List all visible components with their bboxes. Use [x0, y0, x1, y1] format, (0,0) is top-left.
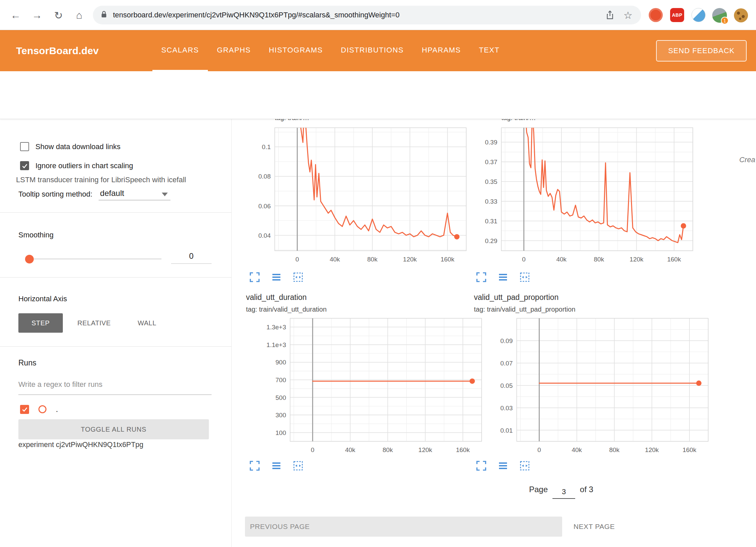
browser-toolbar: ← → ↻ ⌂ tensorboard.dev/experiment/cj2vt…	[0, 0, 756, 30]
app-header: TensorBoard.dev SCALARS GRAPHS HISTOGRAM…	[0, 30, 756, 71]
expand-chart-icon[interactable]	[476, 460, 487, 471]
expand-chart-icon[interactable]	[249, 271, 260, 283]
chart-toolbar	[476, 460, 530, 471]
tab-scalars[interactable]: SCALARS	[152, 30, 208, 71]
svg-text:0: 0	[295, 256, 299, 262]
scalar-chart[interactable]: 040k80k120k160k1003005007009001.1e+31.3e…	[252, 314, 486, 453]
tab-graphs[interactable]: GRAPHS	[208, 30, 260, 71]
svg-text:0.04: 0.04	[258, 232, 271, 239]
tooltip-sorting-dropdown[interactable]: default	[99, 188, 170, 200]
svg-text:0.29: 0.29	[485, 237, 497, 244]
svg-text:80k: 80k	[609, 446, 620, 453]
svg-text:0.01: 0.01	[500, 427, 513, 434]
page-number-input[interactable]: 3	[552, 487, 575, 499]
svg-text:0.33: 0.33	[485, 198, 497, 205]
svg-text:1.3e+3: 1.3e+3	[266, 324, 286, 331]
show-download-links-row: Show data download links	[20, 142, 120, 151]
share-icon[interactable]	[604, 9, 616, 21]
runs-selector-icon[interactable]	[271, 460, 282, 471]
runs-filter-input[interactable]: Write a regex to filter runs	[18, 380, 102, 389]
expand-chart-icon[interactable]	[476, 271, 487, 283]
ignore-outliers-row: Ignore outliers in chart scaling	[20, 161, 133, 170]
scalar-chart[interactable]: 040k80k120k160k0.010.030.050.070.09	[478, 314, 712, 453]
page-label: Page	[529, 485, 548, 494]
scalar-chart[interactable]: 040k80k120k160k0.040.060.080.1	[236, 124, 470, 262]
back-icon[interactable]: ←	[8, 8, 23, 23]
runs-selector-icon[interactable]	[271, 271, 282, 283]
svg-text:0.05: 0.05	[500, 382, 513, 389]
runs-section-label: Runs	[18, 358, 36, 367]
svg-text:0.09: 0.09	[500, 337, 513, 344]
ignore-outliers-checkbox[interactable]	[20, 161, 29, 170]
svg-text:0: 0	[537, 446, 541, 453]
fit-domain-icon[interactable]	[519, 271, 530, 283]
chart-tag: tag: train/valid_utt_duration	[246, 306, 327, 313]
svg-text:900: 900	[275, 359, 286, 366]
svg-text:160k: 160k	[440, 256, 455, 262]
chart-title: valid_utt_duration	[246, 293, 307, 302]
chart-toolbar	[476, 271, 530, 283]
smoothing-slider-track[interactable]	[29, 258, 161, 259]
svg-text:0.1: 0.1	[262, 143, 271, 150]
runs-selector-icon[interactable]	[497, 271, 509, 283]
horizontal-axis-label: Horizontal Axis	[18, 295, 67, 303]
blue-extension-icon[interactable]	[691, 8, 706, 22]
adblocker-extension-icon[interactable]	[649, 8, 663, 22]
run-checkbox[interactable]	[20, 405, 29, 414]
svg-text:700: 700	[275, 376, 286, 384]
cookie-icon[interactable]	[734, 8, 748, 22]
svg-text:0.08: 0.08	[258, 173, 271, 180]
toggle-all-runs-button[interactable]: TOGGLE ALL RUNS	[18, 419, 209, 439]
axis-relative-button[interactable]: RELATIVE	[72, 313, 117, 333]
next-page-button[interactable]: NEXT PAGE	[574, 517, 615, 537]
svg-text:40k: 40k	[330, 256, 340, 262]
svg-text:40k: 40k	[345, 446, 355, 453]
show-download-links-checkbox[interactable]	[20, 142, 29, 151]
url-bar[interactable]: tensorboard.dev/experiment/cj2vtPiwQHKN9…	[93, 6, 641, 24]
svg-text:0.39: 0.39	[485, 139, 497, 146]
scalar-chart[interactable]: 040k80k120k160k0.290.310.330.350.370.39	[463, 124, 697, 262]
svg-text:120k: 120k	[630, 256, 644, 262]
runs-selector-icon[interactable]	[497, 460, 509, 471]
chart-tag: tag: train/valid_utt_pad_proportion	[474, 306, 576, 313]
profile-avatar[interactable]: 1	[712, 8, 727, 23]
send-feedback-button[interactable]: SEND FEEDBACK	[656, 40, 747, 62]
tab-text[interactable]: TEXT	[470, 30, 509, 71]
bookmark-star-icon[interactable]: ☆	[622, 9, 634, 21]
fit-domain-icon[interactable]	[292, 271, 304, 283]
fit-domain-icon[interactable]	[292, 460, 304, 471]
forward-icon[interactable]: →	[29, 8, 45, 23]
tab-histograms[interactable]: HISTOGRAMS	[260, 30, 332, 71]
axis-wall-button[interactable]: WALL	[130, 313, 164, 333]
fit-domain-icon[interactable]	[519, 460, 530, 471]
svg-text:160k: 160k	[456, 446, 470, 453]
expand-chart-icon[interactable]	[249, 460, 260, 471]
svg-text:1.1e+3: 1.1e+3	[266, 341, 286, 348]
brand-logo[interactable]: TensorBoard.dev	[16, 45, 99, 57]
svg-text:500: 500	[275, 394, 286, 401]
notification-badge: 1	[721, 17, 729, 24]
tab-distributions[interactable]: DISTRIBUTIONS	[332, 30, 413, 71]
svg-text:160k: 160k	[682, 446, 697, 453]
previous-page-button[interactable]: PREVIOUS PAGE	[245, 517, 562, 537]
svg-text:0.07: 0.07	[500, 360, 513, 367]
svg-text:0.06: 0.06	[258, 203, 271, 210]
lock-icon	[100, 10, 108, 20]
tab-hparams[interactable]: HPARAMS	[413, 30, 470, 71]
axis-step-button[interactable]: STEP	[18, 313, 63, 333]
svg-text:0: 0	[522, 256, 526, 262]
url-text[interactable]: tensorboard.dev/experiment/cj2vtPiwQHKN9…	[113, 11, 598, 19]
svg-text:0.37: 0.37	[485, 158, 497, 166]
smoothing-value-input[interactable]: 0	[171, 251, 212, 264]
svg-text:120k: 120k	[418, 446, 432, 453]
runs-filter-underline	[18, 395, 212, 395]
reload-icon[interactable]: ↻	[51, 8, 66, 23]
smoothing-label: Smoothing	[18, 231, 53, 239]
smoothing-slider-thumb[interactable]	[25, 255, 34, 263]
divider	[0, 212, 232, 213]
main-nav: SCALARS GRAPHS HISTOGRAMS DISTRIBUTIONS …	[152, 30, 509, 71]
abp-extension-icon[interactable]: ABP	[670, 8, 684, 22]
home-icon[interactable]: ⌂	[72, 8, 87, 23]
pagination: Page 3 of 3	[529, 485, 593, 499]
tooltip-sorting-row: Tooltip sorting method: default	[18, 188, 170, 200]
